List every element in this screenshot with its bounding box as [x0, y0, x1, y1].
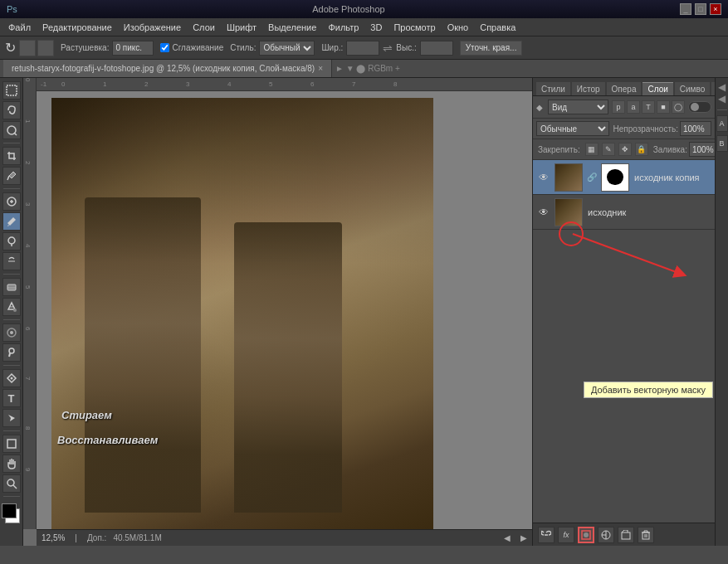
layers-panel: ◆ Вид p a T ■ ◯ — [533, 96, 715, 546]
opacity-input[interactable] — [680, 121, 711, 136]
filter-adj-btn[interactable]: a — [627, 100, 640, 114]
smooth-checkbox[interactable] — [160, 43, 169, 52]
history-brush-tool[interactable] — [2, 252, 21, 270]
tab-character[interactable]: Симво — [675, 82, 710, 95]
brush-tool[interactable] — [2, 212, 21, 231]
menu-font[interactable]: Шрифт — [222, 21, 261, 34]
refine-button[interactable]: Уточн. края... — [460, 41, 523, 56]
shape-tool[interactable] — [2, 435, 21, 453]
tab-operations[interactable]: Опера — [607, 82, 642, 95]
doc-status: Доп.: — [87, 533, 106, 542]
layer-link-btn[interactable] — [538, 527, 555, 543]
layer-list: 👁 🔗 исходник копия 👁 — [533, 160, 715, 523]
lock-move-btn[interactable]: ✥ — [618, 143, 632, 156]
selection-tool[interactable] — [2, 81, 21, 100]
menu-3d[interactable]: 3D — [365, 21, 387, 34]
color-boxes — [2, 503, 22, 528]
doc-tab-item[interactable]: retush-staryx-fotografij-v-fotoshope.jpg… — [3, 60, 332, 77]
menu-image[interactable]: Изображение — [119, 21, 186, 34]
layer-row-1[interactable]: 👁 🔗 исходник копия — [533, 160, 715, 195]
lock-all-btn[interactable]: 🔒 — [635, 143, 648, 156]
window-controls[interactable]: _ □ × — [680, 3, 721, 15]
healing-tool[interactable] — [2, 192, 21, 211]
lock-paint-btn[interactable]: ✎ — [602, 143, 615, 156]
prev-frame-btn[interactable]: ◀ — [504, 533, 511, 542]
menu-bar: Файл Редактирование Изображение Слои Шри… — [0, 18, 728, 36]
dodge-tool[interactable] — [2, 343, 21, 362]
menu-help[interactable]: Справка — [475, 21, 520, 34]
zoom-tool[interactable] — [2, 474, 21, 493]
blur-tool[interactable] — [2, 323, 21, 342]
feather-input[interactable] — [112, 41, 154, 56]
close-btn[interactable]: × — [710, 3, 721, 15]
filter-smart-btn[interactable]: ◯ — [672, 100, 685, 114]
doc-filename: retush-staryx-fotografij-v-fotoshope.jpg… — [12, 64, 315, 73]
blend-mode-select[interactable]: Обычные — [536, 121, 609, 136]
eyedropper-tool[interactable] — [2, 167, 21, 185]
path-selection-tool[interactable] — [2, 409, 21, 427]
layer-2-name: исходник — [588, 207, 710, 217]
layer-1-visibility[interactable]: 👁 — [538, 172, 550, 183]
height-input[interactable] — [420, 41, 453, 56]
style-select[interactable]: Обычный — [259, 41, 315, 56]
panel-tabs: Стили Истор Опера Слои Симво Абзац Канна… — [533, 78, 715, 96]
style-group: Стиль: Обычный — [230, 41, 315, 56]
layer-2-visibility[interactable]: 👁 — [538, 207, 550, 218]
lock-icons: ▦ ✎ ✥ 🔒 — [585, 143, 648, 156]
svg-point-3 — [8, 237, 15, 244]
mini-tool-1[interactable]: A — [716, 115, 728, 132]
mini-expand-btn[interactable]: ◀◀ — [716, 81, 728, 105]
svg-rect-4 — [7, 284, 16, 290]
layer-delete-btn[interactable] — [638, 527, 654, 543]
brush-type-btn[interactable] — [37, 40, 54, 56]
text-tool[interactable]: T — [2, 389, 21, 407]
ruler-left: 0 1 2 3 4 5 6 7 8 9 — [23, 78, 37, 529]
tab-layers[interactable]: Слои — [642, 82, 672, 95]
fill-tool[interactable] — [2, 298, 21, 316]
fg-color-box[interactable] — [2, 503, 17, 518]
lock-transparent-btn[interactable]: ▦ — [585, 143, 599, 156]
clone-stamp-tool[interactable] — [2, 232, 21, 250]
layer-row-2[interactable]: 👁 исходник — [533, 195, 715, 230]
quick-select-tool[interactable] — [2, 121, 21, 139]
layer-fx-btn[interactable]: fx — [558, 527, 574, 543]
width-input[interactable] — [346, 41, 379, 56]
next-frame-btn[interactable]: ▶ — [520, 533, 527, 542]
crop-tool[interactable] — [2, 147, 21, 165]
eraser-tool[interactable] — [2, 278, 21, 296]
filter-select[interactable]: Вид — [548, 100, 608, 114]
layer-group-btn[interactable] — [618, 527, 634, 543]
menu-select[interactable]: Выделение — [263, 21, 321, 34]
minimize-btn[interactable]: _ — [680, 3, 691, 15]
brush-preset-btn[interactable] — [19, 40, 36, 56]
tab-history[interactable]: Истор — [572, 82, 605, 95]
menu-layers[interactable]: Слои — [188, 21, 220, 34]
feather-group: Растушевка: — [61, 41, 154, 56]
hand-tool[interactable] — [2, 455, 21, 473]
filter-shape-btn[interactable]: ■ — [657, 100, 670, 114]
pen-tool[interactable] — [2, 369, 21, 387]
photo-content — [51, 98, 433, 529]
layer-adjustment-btn[interactable] — [598, 527, 614, 543]
width-group: Шир.: ⇌ Выс.: — [321, 41, 452, 56]
tab-styles[interactable]: Стили — [536, 82, 570, 95]
filter-toggle-switch[interactable] — [688, 101, 711, 113]
lasso-tool[interactable] — [2, 101, 21, 119]
filter-text-btn[interactable]: T — [642, 100, 655, 114]
feather-label: Растушевка: — [61, 43, 109, 52]
layer-1-mask-thumbnail — [601, 163, 629, 192]
menu-file[interactable]: Файл — [3, 21, 36, 34]
menu-edit[interactable]: Редактирование — [37, 21, 117, 34]
swap-icon[interactable]: ⇌ — [383, 41, 393, 55]
menu-window[interactable]: Окно — [442, 21, 474, 34]
maximize-btn[interactable]: □ — [695, 3, 706, 15]
svg-rect-0 — [7, 85, 17, 95]
filter-pixel-btn[interactable]: p — [612, 100, 625, 114]
mini-tool-2[interactable]: B — [716, 135, 728, 152]
menu-filter[interactable]: Фильтр — [323, 21, 364, 34]
svg-point-7 — [10, 331, 13, 334]
layer-mask-btn[interactable] — [578, 527, 594, 543]
doc-tab-close[interactable]: × — [318, 64, 323, 73]
canvas-viewport[interactable]: Стираем Восстанавливаем — [37, 91, 532, 529]
menu-view[interactable]: Просмотр — [388, 21, 440, 34]
